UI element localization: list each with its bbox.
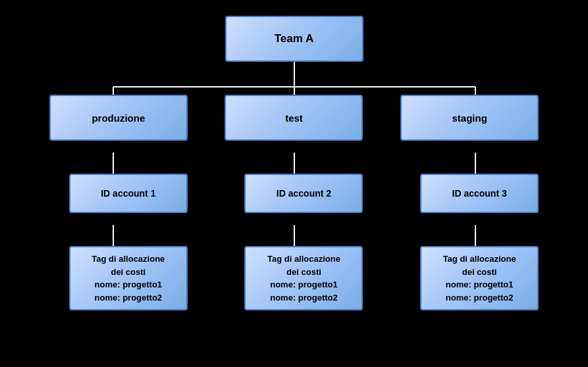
- root-node: Team A: [225, 16, 363, 62]
- tag-node-2: Tag di allocazione dei costi nome: proge…: [244, 246, 363, 310]
- level1-produzione-label: produzione: [92, 112, 145, 124]
- level1-test-label: test: [285, 112, 303, 124]
- level1-staging-label: staging: [452, 112, 487, 124]
- level2-account2: ID account 2: [244, 174, 363, 213]
- tag1-text: Tag di allocazione dei costi nome: proge…: [92, 253, 165, 304]
- level2-account1: ID account 1: [69, 174, 188, 213]
- level2-account3: ID account 3: [420, 174, 539, 213]
- level2-account3-label: ID account 3: [452, 188, 507, 199]
- root-label: Team A: [275, 32, 314, 45]
- level2-account1-label: ID account 1: [101, 188, 155, 199]
- level1-produzione: produzione: [49, 95, 188, 141]
- level2-account2-label: ID account 2: [277, 188, 331, 199]
- tag3-text: Tag di allocazione dei costi nome: proge…: [443, 253, 516, 304]
- level1-test: test: [225, 95, 363, 141]
- tag-node-3: Tag di allocazione dei costi nome: proge…: [420, 246, 539, 310]
- tag2-text: Tag di allocazione dei costi nome: proge…: [267, 253, 340, 304]
- level1-staging: staging: [400, 95, 539, 141]
- diagram: Team A produzione test staging ID accoun…: [11, 9, 577, 358]
- tag-node-1: Tag di allocazione dei costi nome: proge…: [69, 246, 188, 310]
